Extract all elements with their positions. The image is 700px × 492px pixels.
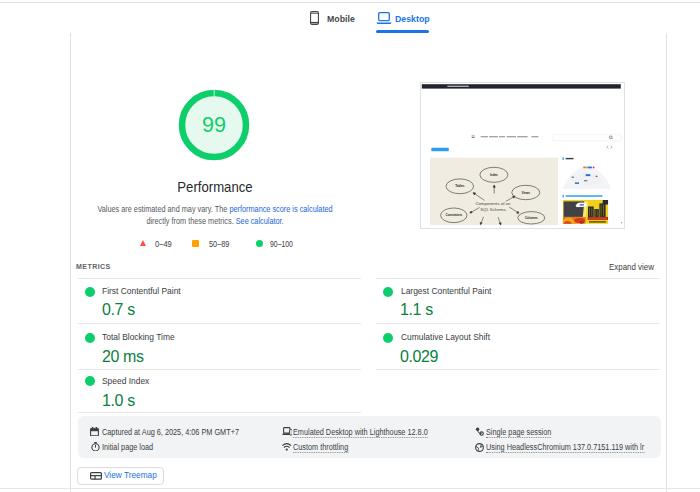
svg-text:99: 99: [201, 112, 225, 137]
svg-text:Components of an: Components of an: [475, 201, 511, 206]
svg-text:Columns: Columns: [525, 216, 538, 220]
svg-text:Tables: Tables: [455, 184, 465, 188]
svg-text:Index: Index: [490, 173, 498, 177]
svg-text:SQL Schema: SQL Schema: [480, 207, 506, 212]
svg-text:Views: Views: [521, 191, 530, 195]
svg-text:Constraints: Constraints: [445, 213, 462, 217]
